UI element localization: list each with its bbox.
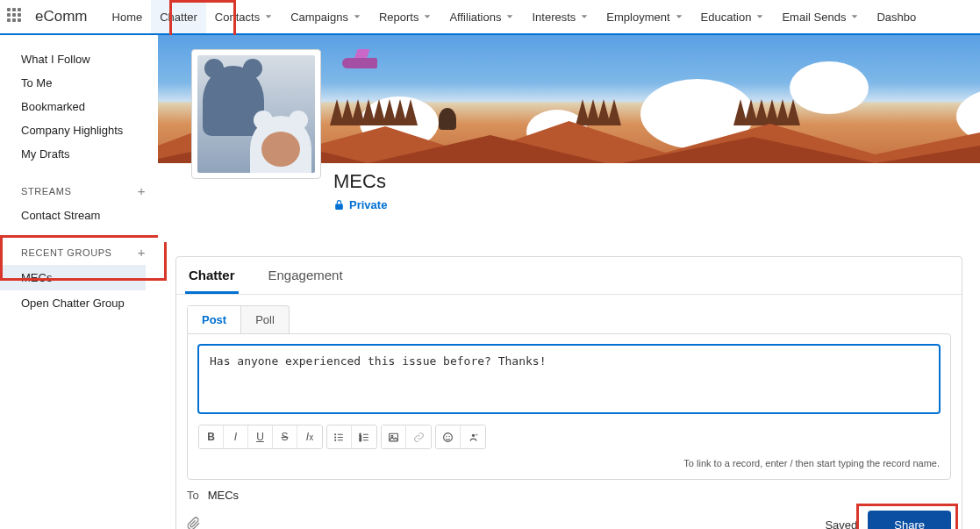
chevron-down-icon [755,11,764,24]
chevron-down-icon [264,11,273,24]
nav-item-chatter[interactable]: Chatter [151,0,206,33]
nav-label: Affiliations [449,11,501,24]
recent-groups-header-label: RECENT GROUPS [21,247,112,258]
nav-item-email-sends[interactable]: Email Sends [773,0,868,33]
main-content: MECs Private ChatterEngagement PostPoll … [158,35,980,529]
post-editor[interactable] [198,345,940,413]
add-group-icon[interactable]: + [138,245,146,260]
left-sidebar: What I FollowTo MeBookmarkedCompany High… [0,35,158,529]
feed-bookmarked[interactable]: Bookmarked [21,95,146,118]
italic-button[interactable]: I [224,425,248,448]
nav-label: Interests [532,11,576,24]
svg-point-2 [335,433,336,434]
add-stream-icon[interactable]: + [138,183,146,198]
chevron-down-icon [675,11,683,24]
svg-point-17 [446,435,447,436]
top-nav-bar: eComm HomeChatterContactsCampaignsReport… [0,0,980,35]
tab-chatter[interactable]: Chatter [185,257,239,294]
share-button[interactable]: Share [868,511,951,529]
feed-my-drafts[interactable]: My Drafts [21,142,146,166]
emoji-button[interactable] [436,425,461,448]
bold-button[interactable]: B [199,425,224,448]
group-privacy-label: Private [349,198,387,211]
group-avatar [191,49,321,179]
nav-item-interests[interactable]: Interests [523,0,597,33]
to-value[interactable]: MECs [208,489,239,502]
chevron-down-icon [423,11,432,24]
plane-graphic [342,47,386,74]
svg-point-19 [471,433,474,436]
streams-header-label: STREAMS [21,186,71,197]
nav-item-reports[interactable]: Reports [370,0,441,33]
nav-label: Employment [606,11,669,24]
svg-point-6 [335,440,336,440]
streams-header: STREAMS + [21,178,146,204]
svg-point-16 [444,432,453,441]
group-mecs[interactable]: MECs [0,265,146,290]
strike-button[interactable]: S [273,425,297,448]
nav-item-dashbo[interactable]: Dashbo [868,0,925,33]
nav-item-employment[interactable]: Employment [597,0,691,33]
group-privacy: Private [333,198,962,211]
nav-label: Home [112,11,143,24]
to-row: To MECs [187,489,951,502]
lock-icon [333,199,345,211]
clear-format-button[interactable]: Ix [297,425,322,448]
svg-rect-14 [390,433,398,441]
nav-item-home[interactable]: Home [104,0,152,33]
app-name: eComm [35,8,88,25]
feed-to-me[interactable]: To Me [21,71,146,95]
chevron-down-icon [850,11,859,24]
app-launcher-icon[interactable] [7,8,25,25]
nav-label: Chatter [160,11,197,24]
saved-label: Saved [825,518,857,529]
recent-groups-header: RECENT GROUPS + [21,239,146,265]
chevron-down-icon [353,11,361,24]
attach-icon[interactable] [187,517,201,530]
nav-item-campaigns[interactable]: Campaigns [282,0,370,33]
link-button[interactable] [406,425,431,448]
feed-what-i-follow[interactable]: What I Follow [21,47,146,71]
image-button[interactable] [382,425,406,448]
group-header: MECs Private [158,163,980,242]
group-title: MECs [333,163,962,193]
feed-company-highlights[interactable]: Company Highlights [21,118,146,142]
stream-contact-stream[interactable]: Contact Stream [21,204,146,227]
number-list-button[interactable]: 123 [352,425,376,448]
chatter-panel: ChatterEngagement PostPoll B I U S Ix 12… [175,256,962,529]
group-open-chatter-group[interactable]: Open Chatter Group [0,290,146,316]
link-hint: To link to a record, enter / then start … [198,458,940,468]
tab-engagement[interactable]: Engagement [265,257,347,294]
nav-label: Campaigns [290,11,348,24]
bullet-list-button[interactable] [327,425,352,448]
svg-text:+: + [475,432,477,437]
nav-label: Reports [379,11,419,24]
chevron-down-icon [505,11,514,24]
nav-item-contacts[interactable]: Contacts [206,0,282,33]
nav-item-affiliations[interactable]: Affiliations [440,0,523,33]
nav-label: Education [701,11,752,24]
svg-point-4 [335,436,336,437]
nav-item-education[interactable]: Education [692,0,774,33]
compose-tab-post[interactable]: Post [188,306,241,333]
nav-label: Dashbo [876,11,916,24]
nav-label: Contacts [215,11,260,24]
nav-label: Email Sends [782,11,846,24]
format-toolbar: B I U S Ix 123 [198,425,940,449]
underline-button[interactable]: U [248,425,273,448]
compose-tab-poll[interactable]: Poll [241,306,289,333]
mention-button[interactable]: + [461,425,485,448]
to-label: To [187,489,199,502]
svg-text:3: 3 [359,438,361,442]
chevron-down-icon [580,11,589,24]
compose-area: B I U S Ix 123 [187,333,951,480]
svg-point-18 [448,435,449,436]
